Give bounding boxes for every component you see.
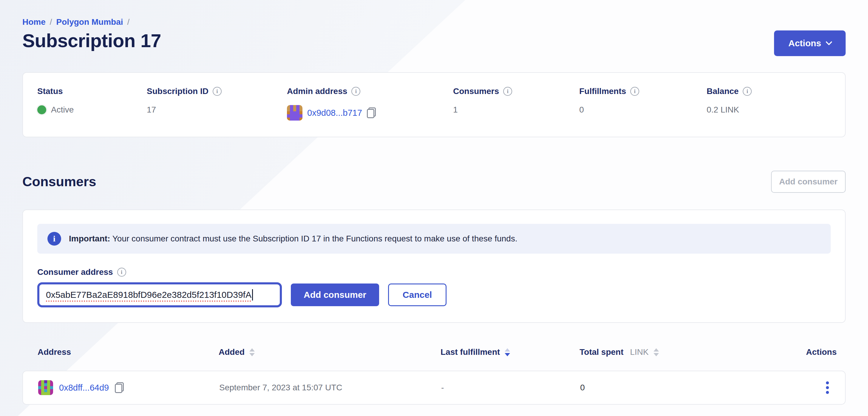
- sort-icon[interactable]: [249, 348, 255, 356]
- consumer-identicon: [38, 380, 53, 395]
- consumer-address-input-value: 0x5abE77Ba2aE8918bfD96e2e382d5f213f10D39…: [46, 290, 251, 300]
- column-header-actions: Actions: [798, 347, 837, 357]
- total-spent-unit-label: LINK: [630, 347, 648, 357]
- sort-icon-active-desc[interactable]: [505, 348, 510, 356]
- breadcrumb-network-link[interactable]: Polygon Mumbai: [56, 17, 123, 27]
- consumer-address-label: Consumer address: [37, 267, 113, 277]
- important-notice-lead: Important:: [69, 234, 110, 243]
- consumers-label: Consumers: [453, 87, 499, 96]
- actions-header-label: Actions: [806, 347, 837, 357]
- info-icon[interactable]: i: [117, 268, 126, 277]
- info-icon[interactable]: i: [351, 87, 360, 96]
- subscription-id-value: 17: [147, 105, 156, 115]
- sort-icon[interactable]: [654, 348, 659, 356]
- consumer-added-cell: September 7, 2023 at 15:07 UTC: [219, 383, 441, 392]
- add-consumer-form-row: 0x5abE77Ba2aE8918bfD96e2e382d5f213f10D39…: [37, 282, 831, 307]
- breadcrumb-separator: /: [127, 17, 130, 27]
- consumer-address-cell: 0x8dff...64d9: [38, 380, 219, 395]
- consumer-total-spent-cell: 0: [580, 383, 797, 392]
- summary-fulfillments: Fulfillments i 0: [579, 87, 707, 121]
- summary-subscription-id: Subscription ID i 17: [147, 87, 287, 121]
- copy-icon[interactable]: [367, 108, 376, 118]
- admin-identicon: [287, 105, 303, 121]
- status-value: Active: [51, 105, 74, 115]
- info-icon[interactable]: i: [213, 87, 222, 96]
- breadcrumb: Home / Polygon Mumbai /: [22, 0, 846, 27]
- actions-button-label: Actions: [788, 38, 821, 48]
- chevron-down-icon: [826, 38, 833, 46]
- consumer-address-input[interactable]: 0x5abE77Ba2aE8918bfD96e2e382d5f213f10D39…: [37, 282, 282, 307]
- info-icon[interactable]: i: [503, 87, 512, 96]
- consumer-address-link[interactable]: 0x8dff...64d9: [59, 383, 109, 393]
- added-header-label: Added: [219, 347, 245, 357]
- info-icon[interactable]: i: [630, 87, 639, 96]
- admin-address-link[interactable]: 0x9d08...b717: [307, 108, 362, 118]
- kebab-menu-icon[interactable]: [825, 380, 830, 395]
- last-fulfillment-header-label: Last fulfillment: [440, 347, 500, 357]
- summary-consumers: Consumers i 1: [453, 87, 579, 121]
- consumers-section-header: Consumers Add consumer: [22, 171, 846, 193]
- page-title: Subscription 17: [22, 30, 161, 51]
- copy-icon[interactable]: [115, 382, 124, 393]
- consumer-address-field-label: Consumer address i: [37, 267, 831, 277]
- breadcrumb-separator: /: [50, 17, 52, 27]
- consumers-value: 1: [453, 105, 458, 115]
- consumer-last-fulfillment-cell: -: [441, 383, 580, 392]
- summary-status: Status Active: [37, 87, 147, 121]
- important-notice-body: Your consumer contract must use the Subs…: [110, 234, 517, 243]
- column-header-total-spent[interactable]: Total spent LINK: [580, 347, 798, 357]
- status-label: Status: [37, 87, 63, 96]
- consumers-table-header: Address Added Last fulfillment Total spe…: [22, 347, 846, 357]
- subscription-summary-card: Status Active Subscription ID i 17 Admin…: [22, 72, 846, 137]
- consumer-actions-cell: [797, 380, 836, 395]
- title-row: Subscription 17 Actions: [22, 30, 846, 56]
- admin-address-label: Admin address: [287, 87, 347, 96]
- fulfillments-label: Fulfillments: [579, 87, 626, 96]
- cancel-button[interactable]: Cancel: [388, 284, 446, 306]
- important-notice-text: Important: Your consumer contract must u…: [69, 234, 517, 243]
- summary-balance: Balance i 0.2 LINK: [707, 87, 831, 121]
- text-caret: [252, 289, 253, 300]
- column-header-added[interactable]: Added: [219, 347, 440, 357]
- balance-label: Balance: [707, 87, 739, 96]
- consumer-table-row: 0x8dff...64d9 September 7, 2023 at 15:07…: [22, 370, 846, 405]
- column-header-last-fulfillment[interactable]: Last fulfillment: [440, 347, 580, 357]
- breadcrumb-home-link[interactable]: Home: [22, 17, 45, 27]
- info-circle-filled-icon: i: [48, 232, 61, 246]
- column-header-address: Address: [38, 347, 219, 357]
- add-consumer-card: i Important: Your consumer contract must…: [22, 209, 846, 323]
- subscription-detail-page: Home / Polygon Mumbai / Subscription 17 …: [0, 0, 868, 405]
- info-icon[interactable]: i: [743, 87, 752, 96]
- consumers-heading: Consumers: [22, 174, 96, 189]
- subscription-id-label: Subscription ID: [147, 87, 209, 96]
- balance-value: 0.2 LINK: [707, 105, 739, 115]
- total-spent-header-label: Total spent: [580, 347, 623, 357]
- actions-button[interactable]: Actions: [774, 30, 846, 56]
- add-consumer-submit-button[interactable]: Add consumer: [291, 284, 379, 306]
- status-active-dot: [37, 105, 46, 114]
- fulfillments-value: 0: [579, 105, 584, 115]
- add-consumer-button-disabled[interactable]: Add consumer: [771, 171, 846, 193]
- address-header-label: Address: [38, 347, 71, 357]
- important-notice-banner: i Important: Your consumer contract must…: [37, 224, 831, 254]
- summary-admin-address: Admin address i: [287, 87, 453, 121]
